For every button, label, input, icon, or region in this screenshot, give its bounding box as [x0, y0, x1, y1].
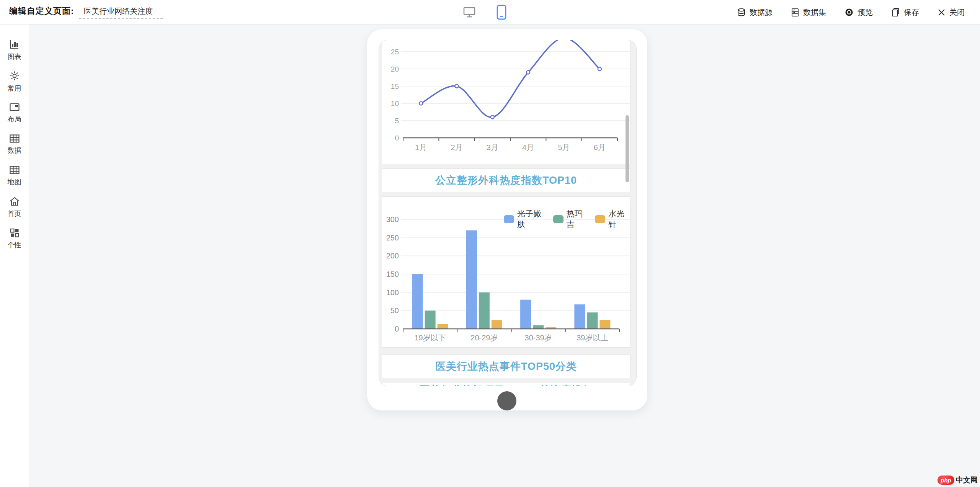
phone-home-button — [497, 391, 516, 410]
datasource-label: 数据源 — [750, 7, 773, 18]
svg-text:150: 150 — [386, 270, 399, 278]
preview-button[interactable]: 预览 — [844, 7, 873, 18]
title-card-surgery-index[interactable]: 公立整形外科热度指数TOP10 — [382, 168, 630, 192]
mobile-view-button[interactable] — [493, 4, 510, 21]
layout-icon — [9, 103, 20, 112]
legend-item-热玛吉[interactable]: 热玛吉 — [553, 208, 588, 230]
device-toggle — [461, 0, 510, 25]
dataset-button[interactable]: 数据集 — [791, 7, 826, 18]
svg-text:0: 0 — [395, 325, 399, 333]
save-icon — [891, 8, 900, 17]
chart-icon — [9, 39, 20, 49]
phone-screen: 05101520251月2月3月4月5月6月 公立整形外科热度指数TOP10 光… — [379, 40, 637, 386]
bar-chart-legend: 光子嫩肤热玛吉水光针 — [504, 208, 630, 230]
monthly-trend-line-chart: 05101520251月2月3月4月5月6月 — [382, 40, 630, 164]
site-watermark: php 中文网 — [938, 475, 978, 485]
mobile-icon-active — [497, 5, 506, 20]
legend-label: 水光针 — [608, 208, 630, 230]
save-label: 保存 — [904, 7, 919, 18]
sidebar-item-map[interactable]: 地图 — [0, 163, 29, 188]
svg-text:0: 0 — [395, 134, 399, 142]
svg-text:19岁以下: 19岁以下 — [415, 333, 446, 342]
sidebar-label-personalize: 个性 — [8, 240, 21, 250]
data-table-icon — [9, 134, 20, 143]
title-card-hot-events[interactable]: 医美行业热点事件TOP50分类 — [382, 355, 630, 378]
svg-text:6月: 6月 — [594, 143, 606, 152]
hot-events-title: 医美行业热点事件TOP50分类 — [435, 360, 577, 373]
legend-swatch — [553, 215, 564, 223]
svg-text:15: 15 — [391, 82, 399, 90]
svg-text:250: 250 — [386, 234, 399, 242]
svg-text:20: 20 — [391, 65, 399, 73]
database-icon — [737, 8, 746, 17]
sidebar-label-custom-home: 首页 — [8, 209, 21, 218]
legend-label: 热玛吉 — [567, 208, 588, 230]
page-editor-label: 编辑自定义页面: — [9, 5, 74, 17]
svg-text:5月: 5月 — [558, 143, 570, 152]
sidebar-item-personalize[interactable]: 个性 — [0, 226, 29, 251]
svg-text:3月: 3月 — [487, 143, 498, 152]
desktop-view-button[interactable] — [461, 4, 477, 21]
svg-text:2月: 2月 — [451, 143, 462, 152]
legend-label: 光子嫩肤 — [517, 208, 546, 230]
eye-icon — [844, 8, 854, 17]
svg-text:30-39岁: 30-39岁 — [525, 333, 552, 342]
dataset-icon — [791, 8, 799, 17]
top-toolbar: 编辑自定义页面: 医美行业网络关注度 数据源 — [0, 0, 980, 25]
sidebar-label-layout: 布局 — [8, 114, 21, 124]
sidebar-label-map: 地图 — [8, 177, 21, 186]
save-button[interactable]: 保存 — [891, 7, 919, 18]
sidebar-item-home[interactable]: 首页 — [0, 194, 29, 220]
preview-label: 预览 — [858, 7, 873, 18]
svg-text:100: 100 — [386, 288, 399, 297]
screen-scrollbar-thumb[interactable] — [626, 115, 629, 182]
desktop-icon — [463, 6, 476, 18]
gear-icon — [9, 70, 20, 81]
clipped-card-title: 医美行业热门项目TOP10关注度排行 — [419, 384, 593, 386]
legend-swatch — [504, 215, 514, 223]
sidebar-item-common[interactable]: 常用 — [0, 69, 29, 94]
svg-text:5: 5 — [395, 117, 399, 125]
legend-item-光子嫩肤[interactable]: 光子嫩肤 — [504, 208, 546, 230]
svg-text:25: 25 — [391, 48, 399, 56]
sidebar-item-data[interactable]: 数据 — [0, 132, 29, 157]
svg-text:50: 50 — [390, 306, 399, 315]
close-button[interactable]: 关闭 — [938, 7, 965, 18]
bar-chart-card[interactable]: 光子嫩肤热玛吉水光针 05010015020025030019岁以下20-29岁… — [382, 196, 630, 348]
legend-swatch — [595, 215, 605, 223]
svg-text:300: 300 — [386, 215, 399, 224]
svg-text:20-29岁: 20-29岁 — [470, 333, 498, 342]
sidebar-label-common: 常用 — [8, 84, 21, 93]
surgery-index-title: 公立整形外科热度指数TOP10 — [435, 173, 577, 187]
widget-sidebar: 图表 常用 布局 数据 — [0, 25, 29, 487]
svg-text:10: 10 — [391, 100, 399, 108]
svg-text:200: 200 — [386, 252, 399, 260]
clipped-title-card[interactable]: 医美行业热门项目TOP10关注度排行 — [382, 383, 630, 386]
watermark-text: 中文网 — [956, 475, 978, 485]
php-badge: php — [938, 476, 954, 485]
sidebar-label-charts: 图表 — [8, 52, 21, 61]
phone-mockup: 05101520251月2月3月4月5月6月 公立整形外科热度指数TOP10 光… — [367, 29, 648, 411]
home-icon — [9, 196, 20, 206]
line-chart-card[interactable]: 05101520251月2月3月4月5月6月 — [382, 40, 630, 164]
dataset-label: 数据集 — [803, 7, 826, 18]
close-label: 关闭 — [949, 7, 965, 18]
sidebar-item-charts[interactable]: 图表 — [0, 38, 29, 63]
page-title-input[interactable]: 医美行业网络关注度 — [79, 5, 163, 19]
sidebar-item-layout[interactable]: 布局 — [0, 100, 29, 126]
custom-grid-icon — [10, 228, 20, 238]
datasource-button[interactable]: 数据源 — [737, 7, 773, 18]
svg-text:4月: 4月 — [522, 143, 534, 152]
svg-text:39岁以上: 39岁以上 — [577, 333, 608, 342]
map-table-icon — [9, 165, 20, 175]
legend-item-水光针[interactable]: 水光针 — [595, 208, 630, 230]
sidebar-label-data: 数据 — [8, 146, 21, 155]
close-icon — [938, 8, 946, 16]
svg-text:1月: 1月 — [415, 143, 427, 152]
